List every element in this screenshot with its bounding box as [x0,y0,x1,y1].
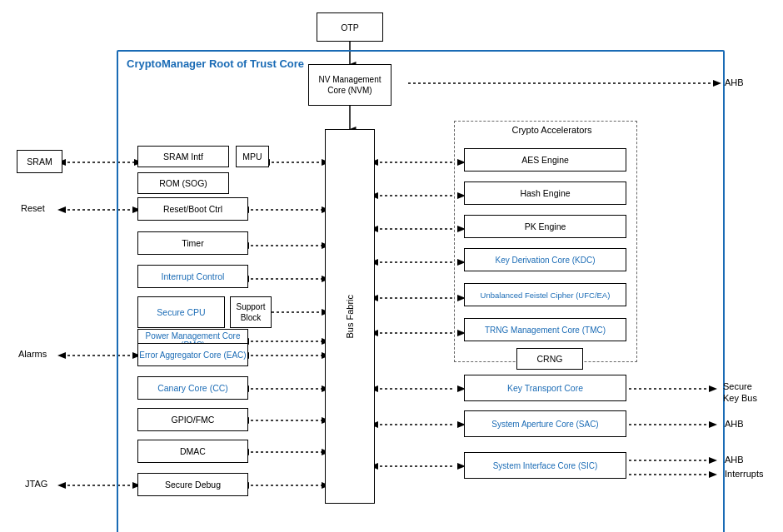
hash-block: Hash Engine [464,181,626,205]
timer-block: Timer [137,231,248,255]
svg-marker-9 [57,206,66,213]
diagram: CryptoManager Root of Trust Core OTP NV … [0,0,783,532]
crypto-manager-title: CryptoManager Root of Trust Core [127,57,304,72]
support-block: SupportBlock [230,296,272,328]
ahb-top-label: AHB [725,77,744,87]
bus-fabric-block: Bus Fabric [325,129,375,504]
dmac-block: DMAC [137,440,248,463]
aes-block: AES Engine [464,148,626,172]
svg-marker-15 [57,482,66,489]
sic-block: System Interface Core (SIC) [464,452,626,479]
secure-debug-block: Secure Debug [137,473,248,496]
secure-key-bus-label: SecureKey Bus [723,380,757,405]
alarms-label: Alarms [18,349,47,359]
reset-label: Reset [21,203,45,213]
sram-intf-block: SRAM Intf [137,146,229,167]
crng-block: CRNG [516,348,583,370]
sram-block: SRAM [17,150,62,173]
eac-block: Error Aggregator Core (EAC) [137,343,248,366]
svg-marker-12 [57,352,66,359]
crypto-accel-title: Crypto Accelerators [475,125,629,135]
cc-block: Canary Core (CC) [137,376,248,400]
jtag-label: JTAG [25,479,47,489]
reset-boot-block: Reset/Boot Ctrl [137,197,248,221]
ahb-right2-label: AHB [725,455,744,465]
gpio-block: GPIO/FMC [137,408,248,431]
tmc-block: TRNG Management Core (TMC) [464,318,626,341]
interrupt-block: Interrupt Control [137,265,248,288]
nvm-block: NV ManagementCore (NVM) [308,64,392,106]
ufc-block: Unbalanced Feistel Cipher (UFC/EA) [464,283,626,306]
key-transport-block: Key Transport Core [464,375,626,401]
kdc-block: Key Derivation Core (KDC) [464,248,626,271]
mpu-block: MPU [236,146,269,167]
interrupts-label: Interrupts [725,469,763,479]
sac-block: System Aperture Core (SAC) [464,410,626,437]
otp-block: OTP [317,12,383,42]
secure-cpu-block: Secure CPU [137,296,225,328]
pk-block: PK Engine [464,215,626,238]
rom-block: ROM (SOG) [137,172,229,194]
ahb-right1-label: AHB [725,419,744,429]
